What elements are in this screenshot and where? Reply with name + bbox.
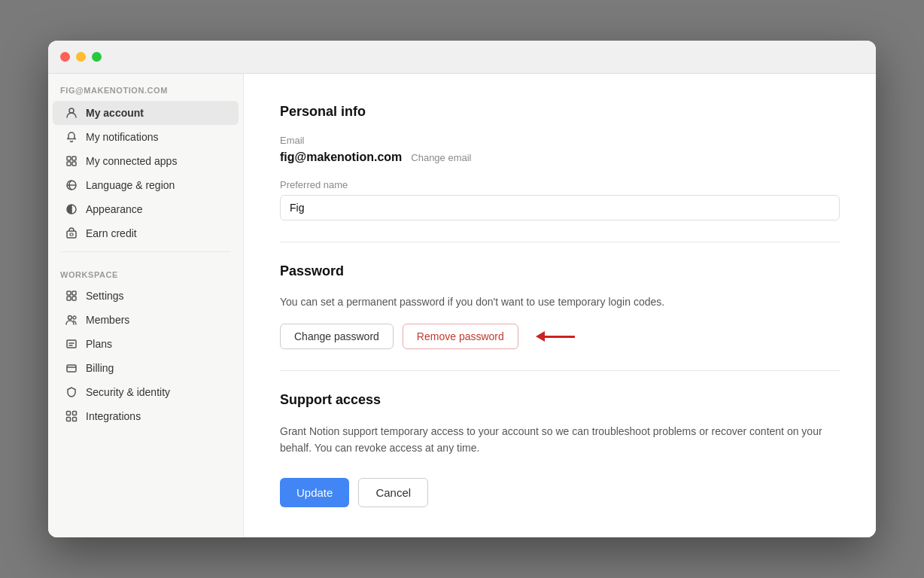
earn-credit-icon [65,227,78,240]
svg-rect-8 [67,291,71,295]
main-content: Personal info Email fig@makenotion.com C… [244,74,876,537]
sidebar-label-earn-credit: Earn credit [86,227,137,239]
support-access-desc: Grant Notion support temporary access to… [280,423,840,457]
sidebar-item-members[interactable]: Members [53,308,239,332]
sidebar: FIG@MAKENOTION.COM My account My notific… [48,74,244,537]
sidebar-divider [60,251,231,252]
svg-rect-17 [73,412,77,415]
sidebar-item-appearance[interactable]: Appearance [53,197,239,221]
sidebar-item-my-notifications[interactable]: My notifications [53,125,239,149]
sidebar-label-settings: Settings [86,290,124,302]
sidebar-label-members: Members [86,314,129,326]
change-email-link[interactable]: Change email [411,152,471,163]
svg-rect-9 [72,291,76,295]
maximize-button[interactable] [92,52,102,62]
arrow-shaft [545,336,575,338]
sidebar-item-plans[interactable]: Plans [53,332,239,356]
my-notifications-icon [65,130,78,144]
svg-rect-19 [73,418,77,421]
language-region-icon [65,178,78,192]
svg-rect-11 [72,297,76,300]
svg-rect-2 [72,157,76,160]
sidebar-label-integrations: Integrations [86,410,141,422]
remove-password-button[interactable]: Remove password [403,324,518,349]
sidebar-label-my-notifications: My notifications [86,131,158,143]
svg-point-0 [69,108,74,113]
email-row: fig@makenotion.com Change email [280,151,840,164]
integrations-icon [65,409,78,423]
members-icon [65,313,78,327]
sidebar-item-security-identity[interactable]: Security & identity [53,380,239,404]
svg-rect-6 [67,231,76,238]
svg-rect-15 [67,365,76,372]
svg-rect-18 [67,418,71,421]
sidebar-label-billing: Billing [86,362,114,374]
sidebar-label-language-region: Language & region [86,179,175,191]
sidebar-item-earn-credit[interactable]: Earn credit [53,221,239,245]
email-value: fig@makenotion.com [280,151,402,164]
bottom-actions: Update Cancel [280,478,840,507]
security-identity-icon [65,385,78,399]
arrow-head [536,331,545,342]
arrow-annotation [536,331,575,342]
divider-1 [280,242,840,242]
sidebar-item-integrations[interactable]: Integrations [53,404,239,428]
svg-point-12 [68,316,72,320]
divider-2 [280,370,840,371]
close-button[interactable] [60,52,70,62]
minimize-button[interactable] [76,52,86,62]
sidebar-item-my-account[interactable]: My account [53,101,239,125]
update-button[interactable]: Update [280,478,349,507]
preferred-name-label: Preferred name [280,179,840,190]
sidebar-label-security-identity: Security & identity [86,386,170,398]
svg-rect-1 [67,157,71,160]
settings-icon [65,289,78,303]
my-account-icon [65,106,78,120]
my-connected-apps-icon [65,154,78,168]
sidebar-label-appearance: Appearance [86,203,143,215]
sidebar-label-plans: Plans [86,338,112,350]
sidebar-email: FIG@MAKENOTION.COM [48,86,243,101]
sidebar-item-billing[interactable]: Billing [53,356,239,380]
plans-icon [65,337,78,351]
email-label: Email [280,135,840,146]
svg-rect-7 [70,233,73,236]
appearance-icon [65,202,78,216]
svg-rect-10 [67,297,71,300]
sidebar-label-my-connected-apps: My connected apps [86,155,177,167]
sidebar-item-settings[interactable]: Settings [53,284,239,308]
password-desc: You can set a permanent password if you … [280,294,840,310]
svg-rect-4 [72,162,76,166]
sidebar-label-my-account: My account [86,107,144,119]
svg-point-13 [73,316,76,319]
content-area: FIG@MAKENOTION.COM My account My notific… [48,74,876,537]
cancel-button[interactable]: Cancel [358,478,428,507]
workspace-section-label: WORKSPACE [48,258,243,284]
preferred-name-input[interactable] [280,195,840,221]
svg-rect-3 [67,162,71,166]
svg-rect-16 [67,412,71,415]
password-button-row: Change password Remove password [280,324,840,349]
change-password-button[interactable]: Change password [280,324,394,349]
personal-info-title: Personal info [280,104,840,120]
support-access-title: Support access [280,392,840,408]
app-window: FIG@MAKENOTION.COM My account My notific… [48,41,876,537]
svg-rect-14 [67,340,76,348]
password-title: Password [280,263,840,279]
sidebar-item-language-region[interactable]: Language & region [53,173,239,197]
sidebar-item-my-connected-apps[interactable]: My connected apps [53,149,239,173]
titlebar [48,41,876,74]
billing-icon [65,361,78,375]
